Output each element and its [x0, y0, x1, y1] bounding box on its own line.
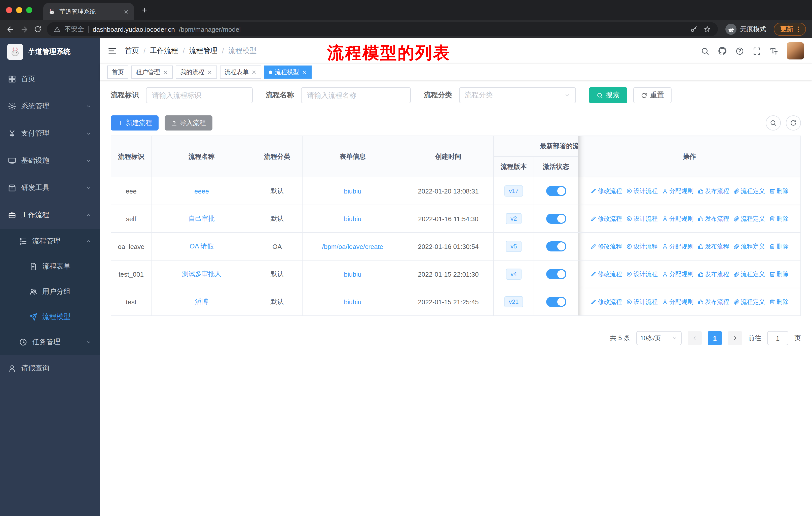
active-toggle[interactable]: [546, 297, 566, 307]
next-page-button[interactable]: [728, 331, 742, 345]
sidebar-item-task-management[interactable]: 任务管理: [0, 330, 100, 355]
sidebar-toggle-icon[interactable]: [108, 46, 117, 55]
form-info-link[interactable]: /bpm/oa/leave/create: [322, 243, 383, 250]
version-badge[interactable]: v21: [504, 296, 523, 307]
address-bar[interactable]: 不安全 dashboard.yudao.iocoder.cn/bpm/manag…: [47, 22, 718, 36]
tag-home[interactable]: 首页: [107, 65, 128, 79]
tag-process-model[interactable]: 流程模型: [264, 65, 312, 79]
security-label[interactable]: 不安全: [64, 25, 84, 34]
breadcrumb-workflow[interactable]: 工作流程: [150, 46, 178, 55]
back-button[interactable]: [6, 25, 14, 33]
action-modify-process[interactable]: 修改流程: [590, 270, 622, 278]
sidebar-item-infrastructure[interactable]: 基础设施: [0, 147, 100, 174]
import-process-button[interactable]: 导入流程: [165, 115, 212, 131]
sidebar-item-leave-query[interactable]: 请假查询: [0, 355, 100, 382]
sidebar-item-dev-tools[interactable]: 研发工具: [0, 174, 100, 201]
user-avatar[interactable]: [787, 42, 804, 59]
action-publish-process[interactable]: 发布流程: [697, 270, 729, 278]
sidebar-item-process-form[interactable]: 流程表单: [0, 254, 100, 279]
active-toggle[interactable]: [546, 269, 566, 279]
sidebar-item-payment[interactable]: 支付管理: [0, 120, 100, 147]
action-design-process[interactable]: 设计流程: [626, 242, 658, 251]
action-publish-process[interactable]: 发布流程: [697, 187, 729, 195]
action-design-process[interactable]: 设计流程: [626, 298, 658, 306]
action-publish-process[interactable]: 发布流程: [697, 298, 729, 306]
action-assign-rules[interactable]: 分配规则: [662, 298, 693, 306]
update-button[interactable]: 更新: [774, 23, 806, 36]
reset-button[interactable]: 重置: [633, 87, 671, 103]
form-info-link[interactable]: biubiu: [344, 298, 361, 306]
action-process-definition[interactable]: 流程定义: [733, 270, 765, 278]
close-icon[interactable]: [207, 69, 212, 75]
new-tab-button[interactable]: [141, 6, 148, 13]
forward-button[interactable]: [20, 25, 29, 33]
process-name-link[interactable]: 自己审批: [188, 215, 215, 222]
tag-process-form[interactable]: 流程表单: [220, 65, 261, 79]
process-name-link[interactable]: OA 请假: [190, 242, 213, 250]
refresh-table-button[interactable]: [786, 115, 801, 131]
close-icon[interactable]: [163, 69, 168, 75]
action-modify-process[interactable]: 修改流程: [590, 242, 622, 251]
active-toggle[interactable]: [546, 186, 566, 196]
toggle-search-button[interactable]: [766, 115, 781, 131]
active-toggle[interactable]: [546, 214, 566, 224]
version-badge[interactable]: v4: [506, 269, 521, 280]
form-info-link[interactable]: biubiu: [344, 187, 361, 195]
prev-page-button[interactable]: [688, 331, 702, 345]
github-icon[interactable]: [718, 46, 727, 55]
action-process-definition[interactable]: 流程定义: [733, 187, 765, 195]
action-assign-rules[interactable]: 分配规则: [662, 270, 693, 278]
window-minimize-button[interactable]: [16, 7, 22, 13]
action-delete[interactable]: 删除: [769, 298, 789, 306]
sidebar-item-process-management[interactable]: 流程管理: [0, 229, 100, 254]
sidebar-item-workflow[interactable]: 工作流程: [0, 201, 100, 229]
process-name-link[interactable]: eeee: [194, 187, 209, 195]
search-button[interactable]: 搜索: [589, 87, 627, 103]
action-publish-process[interactable]: 发布流程: [697, 214, 729, 223]
version-badge[interactable]: v5: [506, 241, 521, 252]
sidebar-item-user-group[interactable]: 用户分组: [0, 279, 100, 304]
sidebar-item-home[interactable]: 首页: [0, 65, 100, 93]
close-icon[interactable]: [251, 69, 257, 75]
window-zoom-button[interactable]: [26, 7, 32, 13]
action-design-process[interactable]: 设计流程: [626, 187, 658, 195]
window-close-button[interactable]: [6, 7, 12, 13]
action-process-definition[interactable]: 流程定义: [733, 214, 765, 223]
fullscreen-icon[interactable]: [753, 47, 761, 55]
breadcrumb-home[interactable]: 首页: [125, 46, 139, 55]
action-publish-process[interactable]: 发布流程: [697, 242, 729, 251]
action-assign-rules[interactable]: 分配规则: [662, 242, 693, 251]
reload-button[interactable]: [34, 26, 41, 33]
goto-page-input[interactable]: [767, 331, 788, 345]
action-process-definition[interactable]: 流程定义: [733, 242, 765, 251]
page-button-1[interactable]: 1: [708, 331, 722, 345]
action-delete[interactable]: 删除: [769, 270, 789, 278]
action-assign-rules[interactable]: 分配规则: [662, 214, 693, 223]
search-icon[interactable]: [701, 47, 709, 55]
form-info-link[interactable]: biubiu: [344, 215, 361, 222]
version-badge[interactable]: v2: [506, 213, 521, 224]
action-delete[interactable]: 删除: [769, 187, 789, 195]
category-select[interactable]: 流程分类: [459, 87, 576, 103]
font-size-icon[interactable]: [770, 47, 778, 55]
action-delete[interactable]: 删除: [769, 242, 789, 251]
password-key-icon[interactable]: [690, 26, 697, 33]
tag-my-process[interactable]: 我的流程: [176, 65, 217, 79]
browser-menu-icon[interactable]: [795, 26, 802, 33]
tag-tenant-management[interactable]: 租户管理: [132, 65, 173, 79]
action-delete[interactable]: 删除: [769, 214, 789, 223]
page-size-select[interactable]: 10条/页: [636, 331, 682, 345]
close-icon[interactable]: [301, 69, 307, 75]
process-name-link[interactable]: 测试多审批人: [182, 270, 221, 278]
action-process-definition[interactable]: 流程定义: [733, 298, 765, 306]
form-info-link[interactable]: biubiu: [344, 270, 361, 278]
process-name-link[interactable]: 滔博: [195, 298, 208, 305]
bookmark-star-icon[interactable]: [704, 26, 711, 33]
tab-close-icon[interactable]: [123, 9, 129, 15]
browser-tab[interactable]: 芋道管理系统: [43, 3, 134, 20]
action-design-process[interactable]: 设计流程: [626, 214, 658, 223]
help-icon[interactable]: [735, 47, 744, 55]
action-assign-rules[interactable]: 分配规则: [662, 187, 693, 195]
version-badge[interactable]: v17: [504, 185, 523, 196]
active-toggle[interactable]: [546, 241, 566, 251]
